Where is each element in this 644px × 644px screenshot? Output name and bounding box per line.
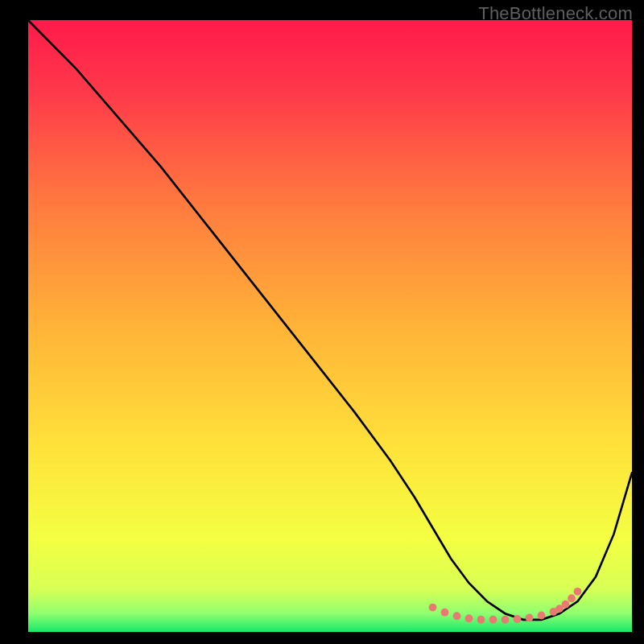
- marker-point: [502, 616, 510, 624]
- marker-point: [477, 616, 485, 624]
- marker-point: [453, 612, 461, 620]
- marker-point: [441, 609, 449, 617]
- marker-point: [526, 614, 534, 622]
- gradient-background: [28, 20, 632, 632]
- marker-point: [429, 604, 437, 612]
- marker-point: [562, 601, 570, 609]
- marker-point: [538, 612, 546, 620]
- chart-frame: TheBottleneck.com: [0, 0, 644, 644]
- marker-point: [568, 594, 576, 602]
- marker-point: [574, 588, 582, 596]
- marker-point: [465, 614, 473, 622]
- marker-point: [514, 615, 522, 623]
- marker-point: [489, 616, 497, 624]
- bottleneck-chart: [28, 20, 632, 632]
